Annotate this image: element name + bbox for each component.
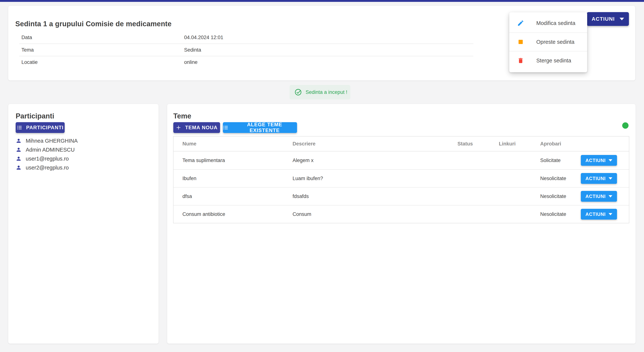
- chevron-down-icon: [608, 213, 612, 215]
- list-item: user2@regplus.ro: [16, 163, 78, 172]
- topic-actions-button[interactable]: ACTIUNI: [581, 191, 617, 202]
- list-item: Admin ADMINESCU: [16, 145, 78, 154]
- table-row: dfsa fdsafds Nesolicitate ACTIUNI: [174, 187, 629, 205]
- table-row: Ibufen Luam ibufen? Nesolicitate ACTIUNI: [174, 169, 629, 187]
- topic-actions-button-label: ACTIUNI: [586, 194, 606, 199]
- person-icon: [16, 165, 22, 171]
- actions-dropdown-menu: Modifica sedinta Opreste sedinta Sterge …: [509, 12, 587, 72]
- menu-item-label: Opreste sedinta: [536, 39, 574, 45]
- person-icon: [16, 147, 22, 153]
- topic-actions-button-label: ACTIUNI: [586, 212, 606, 217]
- page-title: Sedinta 1 a grupului Comisie de medicame…: [15, 20, 172, 28]
- member-name: Mihnea GHERGHINA: [26, 138, 78, 144]
- member-name: user2@regplus.ro: [26, 165, 69, 171]
- table-row: Tema suplimentara Alegem x Solicitate AC…: [174, 151, 629, 169]
- topic-actions-button-label: ACTIUNI: [586, 158, 606, 163]
- info-row-location: Locatie online: [19, 56, 473, 68]
- chevron-down-icon: [608, 177, 612, 180]
- list-item: user1@regplus.ro: [16, 154, 78, 163]
- info-row-topic: Tema Sedinta: [19, 43, 473, 56]
- topic-description: Luam ibufen?: [292, 176, 323, 181]
- topics-table: Nume Descriere Status Linkuri Aprobari T…: [173, 136, 629, 223]
- meeting-info-table: Data 04.04.2024 12:01 Tema Sedinta Locat…: [19, 31, 473, 68]
- stop-icon: [517, 38, 524, 45]
- trash-icon: [517, 57, 524, 64]
- info-label: Data: [22, 35, 32, 40]
- list-item: Mihnea GHERGHINA: [16, 136, 78, 145]
- participants-button-label: PARTICIPANTI: [26, 125, 64, 131]
- chevron-down-icon: [608, 159, 612, 161]
- menu-item-label: Modifica sedinta: [536, 20, 576, 26]
- info-row-date: Data 04.04.2024 12:01: [19, 31, 473, 43]
- menu-item-edit-meeting[interactable]: Modifica sedinta: [509, 14, 587, 32]
- column-header-linkuri: Linkuri: [499, 141, 516, 147]
- topic-description: Alegem x: [292, 158, 314, 163]
- topic-actions-button[interactable]: ACTIUNI: [581, 173, 617, 184]
- online-indicator-dot: [622, 122, 628, 129]
- topic-name: Consum antibiotice: [182, 211, 225, 217]
- topic-name: Tema suplimentara: [182, 158, 225, 163]
- topic-approvals: Solicitate: [540, 158, 561, 163]
- column-header-aprobari: Aprobari: [540, 141, 561, 147]
- menu-item-label: Sterge sedinta: [536, 57, 571, 64]
- topic-approvals: Nesolicitate: [540, 211, 566, 217]
- info-value: Sedinta: [184, 47, 201, 53]
- chevron-down-icon: [608, 195, 612, 197]
- member-name: user1@regplus.ro: [26, 156, 69, 162]
- info-label: Tema: [22, 47, 34, 53]
- participants-button[interactable]: PARTICIPANTI: [16, 122, 65, 133]
- menu-item-delete-meeting[interactable]: Sterge sedinta: [509, 51, 587, 70]
- person-icon: [16, 156, 22, 162]
- topics-title: Teme: [173, 112, 191, 120]
- top-accent-bar: [0, 0, 644, 2]
- person-icon: [16, 138, 22, 144]
- column-header-nume: Nume: [182, 141, 196, 147]
- plus-icon: [176, 125, 181, 130]
- column-header-status: Status: [458, 141, 473, 147]
- info-value: 04.04.2024 12:01: [184, 35, 223, 40]
- status-banner-text: Sedinta a inceput !: [306, 89, 347, 95]
- topic-actions-button[interactable]: ACTIUNI: [581, 155, 617, 166]
- participants-panel: Participanti PARTICIPANTI Mihnea GHERGHI…: [8, 104, 158, 344]
- meeting-page: Sedinta 1 a grupului Comisie de medicame…: [0, 0, 644, 352]
- list-icon: [17, 125, 22, 130]
- topic-name: dfsa: [182, 194, 192, 199]
- member-name: Admin ADMINESCU: [26, 147, 75, 153]
- chevron-down-icon: [620, 18, 624, 20]
- choose-topics-button-label: ALEGE TEME EXISTENTE: [232, 122, 297, 133]
- info-value: online: [184, 59, 198, 65]
- pencil-icon: [517, 19, 524, 27]
- meeting-actions-button-label: ACTIUNI: [592, 16, 615, 22]
- participants-title: Participanti: [16, 112, 54, 120]
- topic-approvals: Nesolicitate: [540, 176, 566, 181]
- new-topic-button[interactable]: TEMA NOUA: [173, 122, 220, 133]
- list-icon: [223, 125, 228, 130]
- topic-description: fdsafds: [292, 194, 309, 199]
- new-topic-button-label: TEMA NOUA: [185, 125, 218, 131]
- menu-item-stop-meeting[interactable]: Opreste sedinta: [509, 32, 587, 51]
- table-row: Consum antibiotice Consum Nesolicitate A…: [174, 205, 629, 223]
- topic-actions-button[interactable]: ACTIUNI: [581, 209, 617, 220]
- participants-list: Mihnea GHERGHINA Admin ADMINESCU user1@r…: [16, 136, 78, 172]
- choose-existing-topics-button[interactable]: ALEGE TEME EXISTENTE: [223, 122, 297, 133]
- topic-approvals: Nesolicitate: [540, 194, 566, 199]
- topics-panel: Teme TEMA NOUA ALEGE TEME EXISTENTE Nume…: [167, 104, 636, 344]
- topic-name: Ibufen: [182, 176, 196, 181]
- check-circle-icon: [294, 88, 302, 96]
- column-header-descriere: Descriere: [292, 141, 316, 147]
- status-banner: Sedinta a inceput !: [290, 85, 350, 99]
- meeting-actions-button[interactable]: ACTIUNI: [587, 12, 629, 26]
- topic-description: Consum: [292, 211, 312, 217]
- topics-table-header: Nume Descriere Status Linkuri Aprobari: [174, 136, 629, 151]
- topic-actions-button-label: ACTIUNI: [586, 176, 606, 181]
- info-label: Locatie: [22, 59, 38, 65]
